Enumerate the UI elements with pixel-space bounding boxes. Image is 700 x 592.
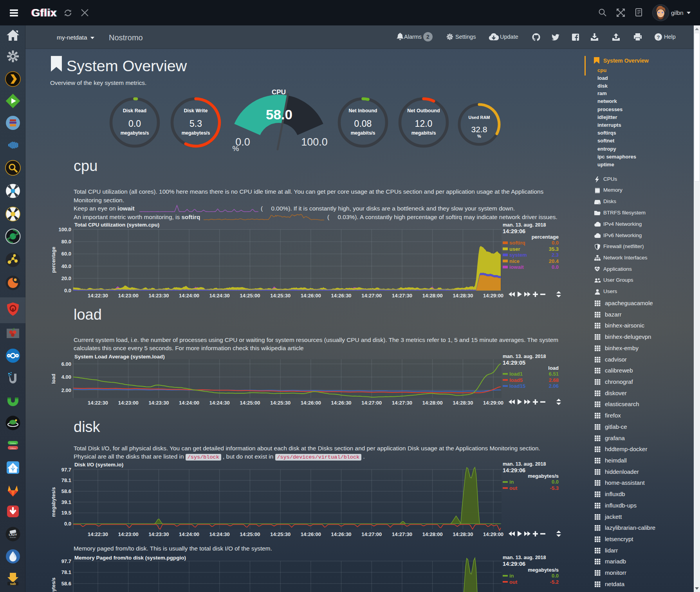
svg-text:nice: nice [509, 258, 520, 264]
svg-text:megabytes/s: megabytes/s [51, 487, 56, 517]
svg-text:load15: load15 [509, 383, 525, 389]
svg-text:14:27:30: 14:27:30 [392, 400, 412, 406]
svg-text:-5.3: -5.3 [550, 485, 559, 491]
svg-text:20.4: 20.4 [549, 258, 559, 264]
svg-text:14:26:00: 14:26:00 [301, 400, 321, 406]
svg-text:man. 13. aug. 2018: man. 13. aug. 2018 [503, 354, 546, 359]
svg-text:14:26:30: 14:26:30 [331, 400, 352, 406]
svg-text:4.00: 4.00 [61, 374, 71, 380]
svg-text:14:27:30: 14:27:30 [392, 293, 412, 299]
svg-text:78.1: 78.1 [61, 477, 71, 483]
svg-text:%: % [233, 144, 239, 153]
svg-text:Disk Read: Disk Read [123, 108, 146, 113]
svg-text:14:22:30: 14:22:30 [88, 293, 108, 299]
svg-text:man. 13. aug. 2018: man. 13. aug. 2018 [503, 461, 546, 467]
svg-text:0.0: 0.0 [552, 264, 559, 270]
svg-text:14:25:00: 14:25:00 [240, 531, 260, 537]
svg-text:14:23:00: 14:23:00 [118, 400, 139, 406]
svg-text:14:29:05: 14:29:05 [503, 360, 525, 366]
svg-text:14:26:00: 14:26:00 [301, 293, 321, 299]
svg-text:14:25:30: 14:25:30 [270, 293, 290, 299]
svg-text:Total CPU utilization (system.: Total CPU utilization (system.cpu) [74, 222, 159, 228]
svg-text:megabytes/s: megabytes/s [121, 130, 149, 136]
svg-text:14:24:30: 14:24:30 [209, 400, 230, 406]
svg-text:14:26:00: 14:26:00 [301, 531, 321, 537]
svg-text:2.00: 2.00 [61, 387, 71, 393]
svg-text:?: ? [657, 34, 660, 40]
svg-text:14:23:00: 14:23:00 [118, 293, 139, 299]
svg-text:2.3: 2.3 [552, 252, 559, 258]
svg-text:0.0: 0.0 [552, 240, 559, 246]
svg-text:14:27:00: 14:27:00 [361, 531, 382, 537]
svg-text:14:24:30: 14:24:30 [209, 293, 230, 299]
svg-text:iowait: iowait [509, 264, 524, 270]
svg-text:percentage: percentage [532, 234, 559, 240]
svg-text:out: out [509, 579, 518, 585]
svg-text:0.0: 0.0 [552, 573, 559, 579]
svg-text:librarian: librarian [10, 536, 16, 538]
svg-text:14:23:00: 14:23:00 [118, 531, 139, 537]
svg-text:megabytes/s: megabytes/s [182, 130, 210, 136]
svg-text:megabits/s: megabits/s [351, 130, 375, 136]
svg-text:78.1: 78.1 [61, 569, 71, 575]
svg-text:14:25:30: 14:25:30 [270, 531, 290, 537]
svg-text:14:29:06: 14:29:06 [503, 561, 525, 567]
svg-text:2.06: 2.06 [549, 383, 559, 389]
svg-text:35.3: 35.3 [549, 246, 559, 252]
svg-text:40.0: 40.0 [61, 263, 71, 269]
svg-text:0.0: 0.0 [128, 119, 141, 129]
svg-text:Disk I/O (system.io): Disk I/O (system.io) [74, 462, 123, 468]
svg-text:14:29:00: 14:29:00 [483, 531, 503, 537]
svg-text:Net Outbound: Net Outbound [407, 108, 440, 113]
svg-text:14:29:06: 14:29:06 [503, 228, 525, 234]
svg-text:user: user [509, 246, 520, 252]
svg-text:Disk Write: Disk Write [184, 108, 208, 113]
svg-text:2.68: 2.68 [549, 377, 559, 383]
svg-text:14:25:00: 14:25:00 [240, 400, 260, 406]
svg-text:14:29:00: 14:29:00 [483, 400, 503, 406]
svg-text:14:25:30: 14:25:30 [270, 400, 290, 406]
svg-text:megabits/s: megabits/s [411, 130, 436, 136]
svg-text:14:26:30: 14:26:30 [331, 531, 352, 537]
svg-text:58.0: 58.0 [266, 107, 292, 122]
svg-text:14:23:30: 14:23:30 [148, 400, 169, 406]
svg-text:6.51: 6.51 [549, 371, 559, 377]
svg-text:32.8: 32.8 [471, 125, 487, 134]
svg-text:39.1: 39.1 [61, 499, 71, 505]
svg-text:58.6: 58.6 [61, 581, 71, 587]
svg-text:97.7: 97.7 [61, 467, 71, 473]
svg-text:in: in [509, 479, 514, 485]
svg-text:sab: sab [10, 582, 16, 586]
svg-text:19.5: 19.5 [61, 510, 71, 516]
svg-text:14:22:30: 14:22:30 [88, 400, 108, 406]
svg-text:14:24:00: 14:24:00 [179, 293, 199, 299]
svg-text:80.0: 80.0 [61, 239, 71, 245]
svg-text:Offline: Offline [10, 447, 16, 450]
svg-text:megabytes/s: megabytes/s [51, 578, 56, 592]
svg-text:percentage: percentage [51, 247, 56, 273]
svg-text:softirq: softirq [509, 240, 525, 246]
svg-text:12.0: 12.0 [415, 119, 433, 129]
svg-text:0.0: 0.0 [64, 288, 71, 293]
svg-text:14:28:30: 14:28:30 [453, 531, 473, 537]
svg-text:Online: Online [10, 442, 16, 444]
svg-text:6.00: 6.00 [61, 361, 71, 367]
svg-text:14:27:00: 14:27:00 [361, 400, 382, 406]
svg-text:0.0: 0.0 [64, 521, 71, 527]
svg-text:0.0: 0.0 [552, 479, 559, 485]
svg-text:load1: load1 [509, 371, 523, 377]
svg-text:14:29:00: 14:29:00 [483, 293, 503, 299]
svg-text:%: % [477, 134, 481, 139]
svg-text:14:22:30: 14:22:30 [88, 531, 108, 537]
svg-text:System Load Average (system.lo: System Load Average (system.load) [74, 354, 165, 360]
svg-text:load5: load5 [509, 377, 523, 383]
svg-text:100.0: 100.0 [58, 227, 71, 232]
svg-text:CPU: CPU [272, 88, 286, 96]
svg-text:man. 13. aug. 2018: man. 13. aug. 2018 [503, 555, 546, 560]
svg-text:megabytes/s: megabytes/s [528, 473, 559, 479]
svg-text:60.0: 60.0 [61, 251, 71, 257]
svg-text:14:23:30: 14:23:30 [148, 293, 169, 299]
svg-text:out: out [509, 485, 518, 491]
svg-text:system: system [509, 252, 527, 258]
svg-text:14:26:30: 14:26:30 [331, 293, 352, 299]
